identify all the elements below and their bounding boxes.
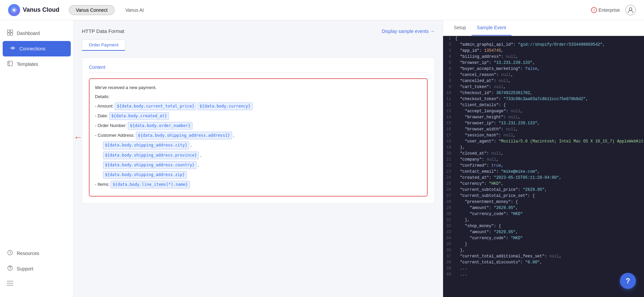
- tab-setup[interactable]: Setup: [448, 20, 472, 36]
- vanus-ai-nav[interactable]: Vanus AI: [120, 5, 149, 15]
- json-line-23: 23 "contact_email": "mike@mike.com",: [443, 169, 644, 175]
- svg-point-1: [629, 8, 632, 10]
- tab-order-payment[interactable]: Order Payment: [82, 39, 125, 51]
- step-indicator: 4 ←: [74, 131, 83, 144]
- right-panel: Setup Sample Event 1 { 2 "admin_graphql_…: [443, 20, 644, 297]
- svg-point-10: [10, 269, 10, 270]
- help-button[interactable]: ?: [620, 273, 636, 289]
- token-current-total-price[interactable]: ${data.body.current_total_price}: [115, 102, 196, 110]
- json-line-31: 31 },: [443, 217, 644, 223]
- json-line-4: 4 "billing_address": null,: [443, 54, 644, 60]
- json-line-38: 38 "current_total_discounts": "0.00",: [443, 260, 644, 266]
- json-line-16: 16 "browser_width": null,: [443, 127, 644, 133]
- http-data-format-label: HTTP Data Format: [82, 28, 124, 34]
- content-card: Content 4 ← We've received a new payment…: [82, 57, 435, 204]
- content-line-city: ${data.body.shipping_address.city} ,: [95, 141, 422, 149]
- json-line-35: 35 }: [443, 242, 644, 248]
- json-code-panel[interactable]: 1 { 2 "admin_graphql_api_id": "gid://sho…: [443, 36, 644, 297]
- token-province[interactable]: ${data.body.shipping_address.province}: [103, 152, 199, 159]
- main-layout: Dashboard Connections Templates Resource…: [0, 20, 644, 297]
- dashboard-icon: [7, 30, 13, 37]
- content-line-order-number: - Order Number: ${data.body.order_number…: [95, 122, 422, 130]
- json-line-7: 7 "cancel_reason": null,: [443, 72, 644, 78]
- vanus-connect-nav[interactable]: Vanus Connect: [69, 5, 115, 15]
- logo-icon: [8, 4, 20, 16]
- sidebar-item-connections[interactable]: Connections: [3, 41, 71, 56]
- svg-rect-7: [8, 61, 12, 66]
- token-line-items[interactable]: ${data.body.line_items[*].name}: [111, 181, 190, 188]
- json-line-28: 28 "presentment_money": {: [443, 199, 644, 205]
- top-navigation: Vanus Cloud Vanus Connect Vanus AI i Ent…: [0, 0, 644, 20]
- json-line-32: 32 "shop_money": {: [443, 223, 644, 229]
- token-order-number[interactable]: ${data.body.order_number}: [128, 122, 193, 130]
- json-line-40: 40 ...: [443, 272, 644, 278]
- support-icon: [7, 265, 13, 272]
- connections-icon: [9, 45, 16, 52]
- json-line-13: 13 "accept_language": null,: [443, 109, 644, 115]
- json-line-27: 27 "current_subtotal_price_set": {: [443, 193, 644, 199]
- content-title: Content: [89, 65, 428, 73]
- json-line-10: 10 "checkout_id": 36749225361702,: [443, 90, 644, 96]
- json-line-39: 39 ...: [443, 266, 644, 272]
- tab-bar: Order Payment: [82, 39, 435, 51]
- svg-rect-3: [10, 30, 13, 32]
- token-city[interactable]: ${data.body.shipping_address.city}: [103, 141, 190, 149]
- center-panel: HTTP Data Format Display sample events →…: [74, 20, 443, 297]
- json-line-3: 3 "app_id": 1354745,: [443, 48, 644, 54]
- json-line-37: 37 "current_total_additional_fees_set": …: [443, 254, 644, 260]
- svg-rect-4: [7, 33, 10, 35]
- content-line-2: Details:: [95, 93, 422, 100]
- json-line-33: 33 "amount": "2629.95",: [443, 229, 644, 236]
- templates-icon: [7, 60, 13, 68]
- sidebar-item-resources[interactable]: Resources: [0, 246, 73, 261]
- content-line-items: - Items: ${data.body.line_items[*].name}: [95, 181, 422, 188]
- json-line-5: 5 "browser_ip": "13.231.239.133",: [443, 60, 644, 66]
- app-logo: Vanus Cloud: [8, 4, 59, 16]
- sidebar-item-templates[interactable]: Templates: [0, 56, 73, 72]
- sidebar-item-resources-label: Resources: [17, 251, 39, 256]
- token-address1[interactable]: ${data.body.shipping_address.address1}: [136, 132, 232, 139]
- token-zip[interactable]: ${data.body.shipping_address.zip}: [103, 171, 187, 179]
- json-line-21: 21 "company": null,: [443, 157, 644, 163]
- content-line-address: - Customer Address: ${data.body.shipping…: [95, 132, 422, 139]
- user-avatar[interactable]: [625, 5, 636, 15]
- json-line-1: 1 {: [443, 36, 644, 42]
- content-line-zip: ${data.body.shipping_address.zip}: [95, 171, 422, 179]
- content-line-province: ${data.body.shipping_address.province} ,: [95, 152, 422, 159]
- content-line-amount: - Amount: ${data.body.current_total_pric…: [95, 102, 422, 110]
- content-line-1: We've received a new payment.: [95, 84, 422, 91]
- json-line-34: 34 "currency_code": "HKD": [443, 236, 644, 242]
- content-line-country: ${data.body.shipping_address.country} ,: [95, 161, 422, 169]
- json-line-26: 26 "current_subtotal_price": "2629.95",: [443, 187, 644, 193]
- json-line-30: 30 "currency_code": "HKD": [443, 211, 644, 217]
- svg-rect-5: [10, 33, 13, 35]
- sidebar-item-templates-label: Templates: [17, 61, 38, 67]
- svg-point-6: [12, 47, 14, 49]
- sidebar-item-support[interactable]: Support: [0, 261, 73, 277]
- step-wrapper: 4 ← We've received a new payment. Detail…: [89, 78, 428, 197]
- json-line-11: 11 "checkout_token": "733c98c3aa03a7c8b1…: [443, 96, 644, 102]
- json-line-19: 19 },: [443, 145, 644, 151]
- token-created-at[interactable]: ${data.body.created_at}: [109, 112, 169, 120]
- json-line-9: 9 "cart_token": null,: [443, 84, 644, 90]
- sidebar-menu-icon[interactable]: [0, 277, 73, 292]
- sidebar-item-dashboard[interactable]: Dashboard: [0, 26, 73, 41]
- sidebar-item-support-label: Support: [17, 266, 33, 271]
- json-line-29: 29 "amount": "2629.95",: [443, 205, 644, 211]
- json-line-14: 14 "browser_height": null,: [443, 115, 644, 121]
- step-arrow-icon: ←: [74, 132, 83, 143]
- display-sample-events-link[interactable]: Display sample events →: [382, 29, 435, 34]
- json-line-24: 24 "created_at": "2023-05-15T05:11:28-04…: [443, 175, 644, 181]
- http-header: HTTP Data Format Display sample events →: [82, 28, 435, 34]
- sidebar-item-dashboard-label: Dashboard: [17, 31, 40, 36]
- token-currency[interactable]: ${data.body.currency}: [198, 102, 253, 110]
- json-line-36: 36 },: [443, 248, 644, 254]
- right-tab-bar: Setup Sample Event: [443, 20, 644, 36]
- token-country[interactable]: ${data.body.shipping_address.country}: [103, 161, 197, 169]
- resources-icon: [7, 250, 13, 257]
- json-line-18: 18 "user_agent": "Mozilla/5.0 (Macintosh…: [443, 139, 644, 145]
- json-line-2: 2 "admin_graphql_api_id": "gid://shopify…: [443, 42, 644, 48]
- content-editor[interactable]: We've received a new payment. Details: -…: [89, 78, 428, 197]
- tab-sample-event[interactable]: Sample Event: [472, 20, 512, 36]
- topnav-right: i Enterprise: [591, 5, 636, 15]
